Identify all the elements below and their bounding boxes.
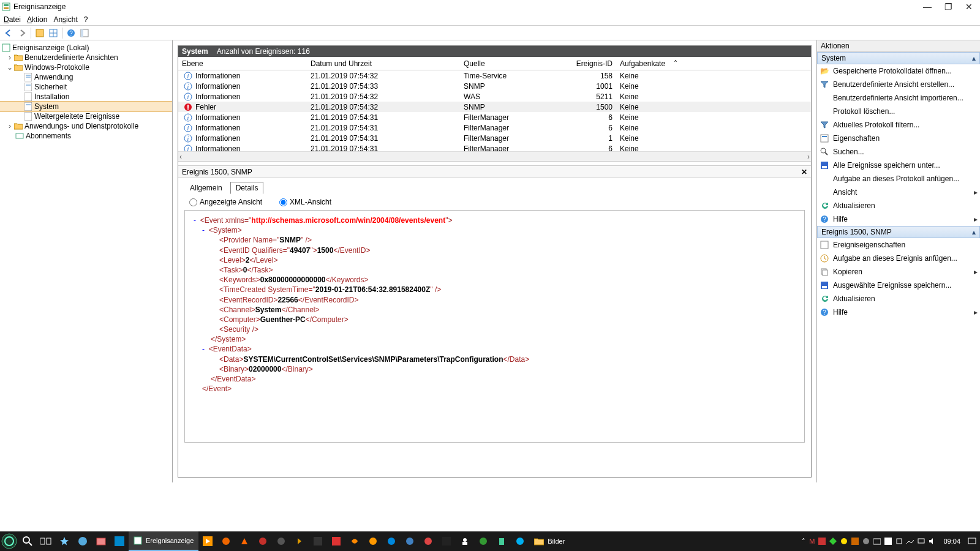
tree-app-service-logs[interactable]: ›Anwendungs- und Dienstprotokolle xyxy=(0,121,172,131)
tree-system[interactable]: System xyxy=(0,102,172,111)
action-search[interactable]: Suchen... xyxy=(817,145,980,159)
tree-installation[interactable]: Installation xyxy=(0,92,172,102)
table-row[interactable]: iInformationen21.01.2019 07:54:32WAS5211… xyxy=(178,91,811,102)
action-copy[interactable]: Kopieren▸ xyxy=(817,265,980,279)
table-row[interactable]: iInformationen21.01.2019 07:54:33SNMP100… xyxy=(178,81,811,91)
tree-custom-views[interactable]: ›Benutzerdefinierte Ansichten xyxy=(0,53,172,62)
tree-security[interactable]: Sicherheit xyxy=(0,82,172,92)
menu-help[interactable]: ? xyxy=(84,15,88,24)
start-button[interactable] xyxy=(0,531,18,551)
pinned-app-icon[interactable] xyxy=(327,531,345,551)
tray-icon[interactable] xyxy=(873,538,881,545)
action-save-selected[interactable]: Ausgewählte Ereignisse speichern... xyxy=(817,279,980,292)
table-row[interactable]: iInformationen21.01.2019 07:54:31FilterM… xyxy=(178,143,811,151)
close-detail-icon[interactable]: ✕ xyxy=(801,168,807,176)
pinned-app-icon[interactable] xyxy=(74,531,92,551)
search-button[interactable] xyxy=(18,531,37,551)
table-row[interactable]: iInformationen21.01.2019 07:54:31FilterM… xyxy=(178,133,811,143)
layout-icon[interactable] xyxy=(78,27,91,39)
action-attach-task-log[interactable]: Aufgabe an dieses Protokoll anfügen... xyxy=(817,172,980,186)
close-button[interactable]: ✕ xyxy=(964,2,974,12)
col-source[interactable]: Quelle xyxy=(460,59,564,68)
tray-icon[interactable] xyxy=(862,538,870,545)
pinned-app-icon[interactable] xyxy=(92,531,110,551)
pinned-app-icon[interactable] xyxy=(198,531,217,551)
taskbar-clock[interactable]: 09:04 xyxy=(940,538,964,545)
pinned-app-icon[interactable] xyxy=(492,531,511,551)
menu-action[interactable]: Aktion xyxy=(27,15,47,24)
action-help[interactable]: ?Hilfe▸ xyxy=(817,212,980,226)
pinned-app-icon[interactable] xyxy=(235,531,254,551)
pinned-app-icon[interactable] xyxy=(401,531,419,551)
expand-icon[interactable]: › xyxy=(6,122,13,130)
pinned-app-icon[interactable] xyxy=(55,531,74,551)
action-properties[interactable]: Eigenschaften xyxy=(817,132,980,145)
notifications-icon[interactable] xyxy=(968,537,976,545)
scroll-up-icon[interactable]: ˄ xyxy=(671,59,680,68)
action-refresh[interactable]: Aktualisieren xyxy=(817,199,980,212)
horizontal-scrollbar[interactable]: ‹› xyxy=(178,151,811,161)
action-open-saved-log[interactable]: 📂Gespeicherte Protokolldatei öffnen... xyxy=(817,64,980,78)
table-row[interactable]: iInformationen21.01.2019 07:54:31FilterM… xyxy=(178,122,811,133)
tree-root[interactable]: Ereignisanzeige (Lokal) xyxy=(0,43,172,53)
pinned-app-icon[interactable] xyxy=(382,531,401,551)
tab-general[interactable]: Allgemein xyxy=(184,182,228,194)
actions-section-event[interactable]: Ereignis 1500, SNMP▴ xyxy=(817,226,980,238)
tray-icon[interactable]: M xyxy=(809,538,815,545)
tray-chevron-icon[interactable]: ˄ xyxy=(802,538,805,545)
tray-network-icon[interactable] xyxy=(918,538,925,545)
tree-forwarded[interactable]: Weitergeleitete Ereignisse xyxy=(0,111,172,121)
action-filter-log[interactable]: Aktuelles Protokoll filtern... xyxy=(817,118,980,132)
tray-icon[interactable] xyxy=(818,538,826,545)
col-date[interactable]: Datum und Uhrzeit xyxy=(307,59,460,68)
table-row[interactable]: iInformationen21.01.2019 07:54:32Time-Se… xyxy=(178,70,811,81)
action-event-properties[interactable]: Ereigniseigenschaften xyxy=(817,238,980,252)
pinned-app-icon[interactable] xyxy=(110,531,129,551)
taskbar-app-eventviewer[interactable]: Ereignisanzeige xyxy=(129,531,198,551)
menu-view[interactable]: Ansicht xyxy=(53,15,77,24)
table-row[interactable]: iInformationen21.01.2019 07:54:31FilterM… xyxy=(178,112,811,122)
help-icon[interactable]: ? xyxy=(65,27,77,39)
collapse-icon[interactable]: ▴ xyxy=(972,228,976,236)
minimize-button[interactable]: — xyxy=(922,2,932,12)
action-import-custom-view[interactable]: Benutzerdefinierte Ansicht importieren..… xyxy=(817,91,980,105)
forward-icon[interactable] xyxy=(16,27,28,39)
pinned-app-icon[interactable] xyxy=(345,531,364,551)
table-row[interactable]: Fehler21.01.2019 07:54:32SNMP1500Keine xyxy=(178,102,811,112)
action-save-all-events[interactable]: Alle Ereignisse speichern unter... xyxy=(817,159,980,172)
back-icon[interactable] xyxy=(2,27,15,39)
tray-icon[interactable] xyxy=(829,538,837,545)
action-attach-task-event[interactable]: Aufgabe an dieses Ereignis anfügen... xyxy=(817,252,980,265)
pinned-app-icon[interactable] xyxy=(364,531,382,551)
tray-icon[interactable] xyxy=(895,538,903,545)
props-icon[interactable] xyxy=(34,27,46,39)
tray-icon[interactable] xyxy=(851,538,859,545)
tree-application[interactable]: Anwendung xyxy=(0,72,172,82)
maximize-button[interactable]: ❐ xyxy=(943,2,953,12)
splitter[interactable] xyxy=(178,161,811,166)
tab-details[interactable]: Details xyxy=(230,182,264,194)
col-task[interactable]: Aufgabenkate xyxy=(616,59,671,68)
tray-icon[interactable] xyxy=(907,538,914,545)
tray-volume-icon[interactable] xyxy=(929,538,936,545)
action-help-event[interactable]: ?Hilfe▸ xyxy=(817,305,980,319)
action-refresh-event[interactable]: Aktualisieren xyxy=(817,292,980,305)
radio-xml-view[interactable]: XML-Ansicht xyxy=(279,198,331,206)
radio-friendly-view[interactable]: Angezeigte Ansicht xyxy=(189,198,262,206)
xml-view[interactable]: - <Event xmlns="http://schemas.microsoft… xyxy=(184,210,805,443)
collapse-icon[interactable]: ⌄ xyxy=(6,64,13,71)
col-level[interactable]: Ebene xyxy=(178,59,307,68)
actions-section-system[interactable]: System▴ xyxy=(817,52,980,64)
event-grid[interactable]: iInformationen21.01.2019 07:54:32Time-Se… xyxy=(178,70,811,151)
tree-windows-logs[interactable]: ⌄Windows-Protokolle xyxy=(0,62,172,72)
pinned-app-icon[interactable] xyxy=(511,531,529,551)
taskview-button[interactable] xyxy=(37,531,55,551)
tray-icon[interactable] xyxy=(884,538,892,545)
pinned-app-icon[interactable] xyxy=(456,531,474,551)
pinned-app-icon[interactable] xyxy=(419,531,437,551)
action-clear-log[interactable]: Protokoll löschen... xyxy=(817,105,980,118)
tray-icon[interactable] xyxy=(840,538,848,545)
action-create-custom-view[interactable]: Benutzerdefinierte Ansicht erstellen... xyxy=(817,78,980,91)
pinned-app-icon[interactable] xyxy=(254,531,272,551)
col-eventid[interactable]: Ereignis-ID xyxy=(564,59,616,68)
